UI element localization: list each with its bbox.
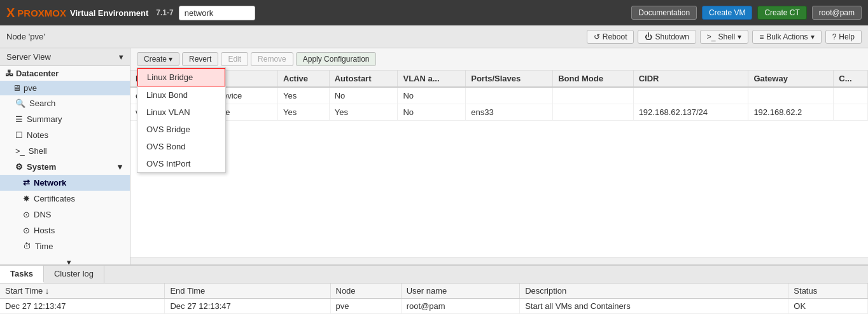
table-row[interactable]: ens33 Network Device Yes No No [130, 87, 868, 104]
secondbar: Node 'pve' ↺ Reboot ⏻ Shutdown >_ Shell … [0, 25, 868, 48]
help-icon: ? [832, 32, 837, 41]
apply-config-button[interactable]: Apply Configuration [296, 52, 377, 66]
sidebar-item-search[interactable]: 🔍 Search [0, 95, 130, 111]
sidebar-item-summary[interactable]: ☰ Summary [0, 111, 130, 127]
summary-label: Summary [27, 114, 62, 124]
col-gateway: Gateway [748, 71, 834, 87]
task-end: Dec 27 12:13:47 [165, 299, 330, 314]
sidebar-scroll-down[interactable]: ▾ [0, 254, 130, 264]
dropdown-item-ovs-bond[interactable]: OVS Bond [137, 138, 225, 155]
cell-bond [553, 104, 633, 121]
help-label: Help [839, 32, 855, 41]
sidebar-item-pve[interactable]: 🖥 pve [0, 81, 130, 95]
col-active: Active [278, 71, 330, 87]
cell-active: Yes [278, 87, 330, 104]
notes-label: Notes [27, 130, 48, 140]
datacenter-icon: 🖧 [5, 69, 13, 78]
sidebar-item-datacenter[interactable]: 🖧 Datacenter [0, 66, 130, 81]
search-input[interactable] [179, 6, 255, 20]
datacenter-label: Datacenter [16, 69, 59, 78]
cell-vlan: No [398, 104, 466, 121]
logo-version-text: 7.1-7 [156, 8, 173, 17]
hosts-label: Hosts [34, 226, 55, 235]
tab-cluster-log[interactable]: Cluster log [44, 266, 104, 283]
remove-button[interactable]: Remove [251, 52, 293, 66]
tasks-col-desc[interactable]: Description [520, 284, 788, 299]
table-row[interactable]: vmbr0 Linux Bridge Yes Yes No ens33 192.… [130, 104, 868, 121]
system-label: System [27, 162, 56, 172]
shutdown-label: Shutdown [655, 32, 689, 41]
logo-x-icon: X [6, 6, 15, 20]
time-icon: ⏱ [23, 242, 31, 251]
server-view-label: Server View [6, 52, 119, 62]
sidebar-item-notes[interactable]: ☐ Notes [0, 127, 130, 143]
col-autostart: Autostart [329, 71, 398, 87]
create-vm-button[interactable]: Create VM [702, 6, 752, 20]
bottom-tabs: Tasks Cluster log [0, 266, 868, 284]
pve-label: pve [24, 83, 37, 93]
toolbar: Create ▾ Linux Bridge Linux Bond Linux V… [130, 48, 868, 71]
tasks-col-node[interactable]: Node [330, 284, 401, 299]
dropdown-item-ovs-intport[interactable]: OVS IntPort [137, 155, 225, 172]
task-start: Dec 27 12:13:47 [0, 299, 165, 314]
search-icon: 🔍 [15, 99, 25, 108]
hosts-icon: ⊙ [23, 226, 30, 235]
sidebar-item-hosts[interactable]: ⊙ Hosts [0, 222, 130, 238]
tasks-table: Start Time ↓ End Time Node User name Des… [0, 284, 868, 314]
sidebar-item-system[interactable]: ⚙ System ▾ [0, 159, 130, 175]
network-table-container: Name Type Active Autostart VLAN a... Por… [130, 71, 868, 257]
create-dropdown-menu: Linux Bridge Linux Bond Linux VLAN OVS B… [137, 67, 226, 173]
network-icon: ⇄ [23, 178, 30, 188]
dropdown-item-linux-vlan[interactable]: Linux VLAN [137, 104, 225, 121]
server-view-header[interactable]: Server View ▾ [0, 48, 130, 66]
system-chevron-icon: ▾ [118, 162, 122, 172]
shell-button[interactable]: >_ Shell ▾ [700, 30, 748, 44]
tasks-col-status[interactable]: Status [788, 284, 868, 299]
shell-label: Shell [718, 32, 736, 41]
sidebar: Server View ▾ 🖧 Datacenter 🖥 pve 🔍 Searc… [0, 48, 130, 264]
search-label: Search [29, 99, 55, 108]
cell-comment [834, 87, 868, 104]
create-button[interactable]: Create ▾ [137, 52, 179, 66]
reboot-label: Reboot [603, 32, 627, 41]
tasks-header-row: Start Time ↓ End Time Node User name Des… [0, 284, 868, 299]
tasks-col-start[interactable]: Start Time ↓ [0, 284, 165, 299]
task-status: OK [788, 299, 868, 314]
user-menu-button[interactable]: root@pam [812, 6, 862, 20]
horizontal-scrollbar[interactable] [130, 257, 868, 264]
bulk-actions-label: Bulk Actions [766, 32, 808, 41]
sidebar-item-network[interactable]: ⇄ Network [0, 175, 130, 191]
dropdown-item-linux-bridge[interactable]: Linux Bridge [137, 68, 225, 86]
revert-button[interactable]: Revert [182, 52, 218, 66]
col-comment: C... [834, 71, 868, 87]
reboot-button[interactable]: ↺ Reboot [587, 30, 634, 44]
sidebar-item-dns[interactable]: ⊙ DNS [0, 207, 130, 222]
dropdown-item-ovs-bridge[interactable]: OVS Bridge [137, 121, 225, 138]
bulk-actions-button[interactable]: ≡ Bulk Actions ▾ [752, 30, 821, 44]
summary-icon: ☰ [15, 114, 23, 124]
edit-button[interactable]: Edit [221, 52, 248, 66]
sidebar-item-shell[interactable]: >_ Shell [0, 143, 130, 159]
shutdown-button[interactable]: ⏻ Shutdown [638, 30, 696, 44]
tasks-row: Dec 27 12:13:47 Dec 27 12:13:47 pve root… [0, 299, 868, 314]
tasks-col-user[interactable]: User name [401, 284, 519, 299]
sidebar-item-certificates[interactable]: ✸ Certificates [0, 191, 130, 207]
logo-proxmox-text: PROXMOX [17, 8, 66, 18]
task-user: root@pam [401, 299, 519, 314]
reboot-icon: ↺ [594, 32, 600, 41]
create-ct-button[interactable]: Create CT [757, 6, 806, 20]
tasks-col-end[interactable]: End Time [165, 284, 330, 299]
sidebar-item-time[interactable]: ⏱ Time [0, 238, 130, 254]
dropdown-item-linux-bond[interactable]: Linux Bond [137, 86, 225, 104]
cell-cidr [633, 87, 748, 104]
shutdown-icon: ⏻ [645, 32, 652, 41]
content-area: Create ▾ Linux Bridge Linux Bond Linux V… [130, 48, 868, 264]
documentation-button[interactable]: Documentation [631, 6, 697, 20]
dns-label: DNS [34, 210, 51, 219]
main-layout: Server View ▾ 🖧 Datacenter 🖥 pve 🔍 Searc… [0, 48, 868, 264]
pve-icon: 🖥 [13, 83, 21, 93]
help-button[interactable]: ? Help [825, 30, 862, 44]
tab-tasks[interactable]: Tasks [0, 266, 44, 283]
shell-chevron-icon: ▾ [738, 32, 741, 41]
sidebar-chevron-down-icon: ▾ [67, 257, 71, 264]
